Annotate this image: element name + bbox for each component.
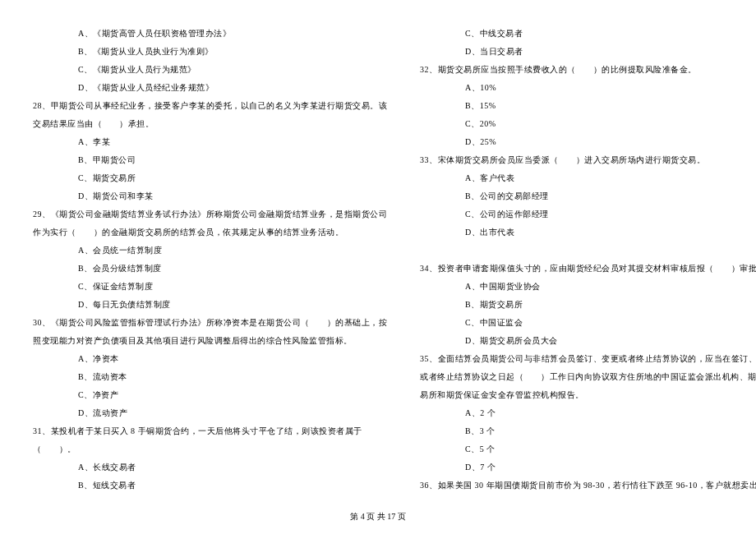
q31-opt-a: A、长线交易者 [33, 458, 387, 476]
q35-line2: 或者终止结算协议之日起（ ）工作日内向协议双方住所地的中国证监会派出机构、期货交 [420, 368, 756, 386]
q34-opt-d: D、期货交易所会员大会 [420, 332, 756, 350]
q32-opt-d: D、25% [420, 133, 756, 151]
q35-line1: 35、全面结算会员期货公司与非结算会员签订、变更或者终止结算协议的，应当在签订、… [420, 350, 756, 368]
q31-opt-b: B、短线交易者 [33, 476, 387, 495]
q31-line1: 31、某投机者于某日买入 8 手铜期货合约，一天后他将头寸平仓了结，则该投资者属… [33, 422, 387, 440]
q33-opt-a: A、客户代表 [420, 169, 756, 187]
q29-opt-a: A、会员统一结算制度 [33, 242, 387, 260]
q35-opt-c: C、5 个 [420, 440, 756, 458]
q30-opt-b: B、流动资本 [33, 368, 387, 386]
q28-opt-a: A、李某 [33, 133, 387, 151]
spacer [420, 242, 756, 260]
q30-line1: 30、《期货公司风险监管指标管理试行办法》所称净资本是在期货公司（ ）的基础上，… [33, 314, 387, 332]
q27-opt-c: C、《期货从业人员行为规范》 [33, 61, 387, 79]
q32-opt-a: A、10% [420, 79, 756, 97]
q29-opt-b: B、会员分级结算制度 [33, 260, 387, 278]
q29-opt-d: D、每日无负债结算制度 [33, 296, 387, 314]
q28-line2: 交易结果应当由（ ）承担。 [33, 115, 387, 133]
left-column: A、《期货高管人员任职资格管理办法》 B、《期货从业人员执业行为准则》 C、《期… [33, 25, 387, 495]
page-footer: 第 4 页 共 17 页 [0, 511, 756, 522]
q27-opt-d: D、《期货从业人员经纪业务规范》 [33, 79, 387, 97]
q30-opt-a: A、净资本 [33, 350, 387, 368]
q29-opt-c: C、保证金结算制度 [33, 278, 387, 296]
q30-opt-d: D、流动资产 [33, 404, 387, 422]
q28-opt-c: C、期货交易所 [33, 169, 387, 187]
q33-opt-c: C、公司的运作部经理 [420, 205, 756, 223]
q33-opt-d: D、出市代表 [420, 223, 756, 242]
q28-opt-d: D、期货公司和李某 [33, 187, 387, 205]
q36: 36、如果美国 30 年期国债期货目前市价为 98-30，若行情往下跌至 96-… [420, 476, 756, 495]
q35-line3: 易所和期货保证金安全存管监控机构报告。 [420, 386, 756, 404]
q33: 33、宋体期货交易所会员应当委派（ ）进入交易所场内进行期货交易。 [420, 151, 756, 169]
q34-opt-a: A、中国期货业协会 [420, 278, 756, 296]
q27-opt-b: B、《期货从业人员执业行为准则》 [33, 43, 387, 61]
q28-line1: 28、甲期货公司从事经纪业务，接受客户李某的委托，以自己的名义为李某进行期货交易… [33, 97, 387, 115]
q34-opt-b: B、期货交易所 [420, 296, 756, 314]
q31-opt-d: D、当日交易者 [420, 43, 756, 61]
q33-opt-b: B、公司的交易部经理 [420, 187, 756, 205]
q29-line2: 作为实行（ ）的金融期货交易所的结算会员，依其规定从事的结算业务活动。 [33, 223, 387, 242]
q35-opt-a: A、2 个 [420, 404, 756, 422]
q31-line2: （ ）。 [33, 440, 387, 458]
q28-opt-b: B、甲期货公司 [33, 151, 387, 169]
q30-opt-c: C、净资产 [33, 386, 387, 404]
q32-opt-b: B、15% [420, 97, 756, 115]
q34: 34、投资者申请套期保值头寸的，应由期货经纪会员对其提交材料审核后报（ ）审批。 [420, 260, 756, 278]
right-column: C、中线交易者 D、当日交易者 32、期货交易所应当按照手续费收入的（ ）的比例… [420, 25, 756, 495]
q29-line1: 29、《期货公司金融期货结算业务试行办法》所称期货公司金融期货结算业务，是指期货… [33, 205, 387, 223]
q35-opt-d: D、7 个 [420, 458, 756, 476]
page-content: A、《期货高管人员任职资格管理办法》 B、《期货从业人员执业行为准则》 C、《期… [0, 0, 756, 527]
q31-opt-c: C、中线交易者 [420, 25, 756, 43]
q27-opt-a: A、《期货高管人员任职资格管理办法》 [33, 25, 387, 43]
q32: 32、期货交易所应当按照手续费收入的（ ）的比例提取风险准备金。 [420, 61, 756, 79]
q30-line2: 照变现能力对资产负债项目及其他项目进行风险调整后得出的综合性风险监管指标。 [33, 332, 387, 350]
q32-opt-c: C、20% [420, 115, 756, 133]
q35-opt-b: B、3 个 [420, 422, 756, 440]
q34-opt-c: C、中国证监会 [420, 314, 756, 332]
